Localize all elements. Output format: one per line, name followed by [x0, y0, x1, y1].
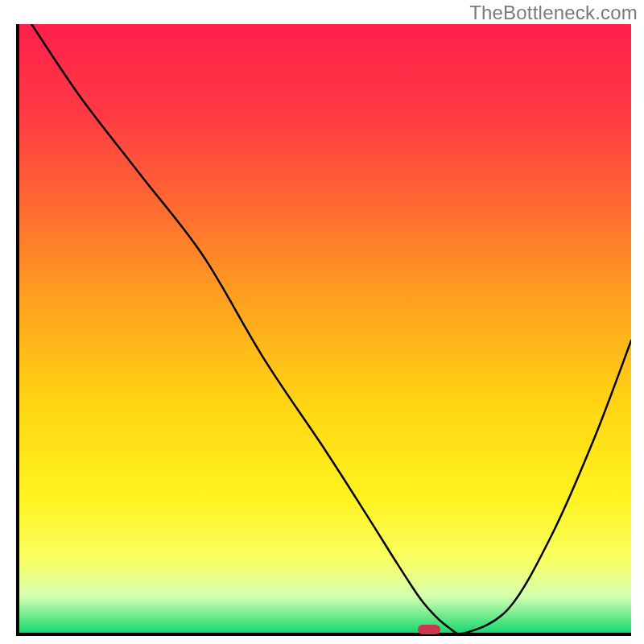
chart-container: TheBottleneck.com: [0, 0, 644, 644]
watermark-text: TheBottleneck.com: [469, 2, 638, 24]
curve-layer: [19, 24, 631, 633]
plot-area: [16, 24, 631, 636]
optimal-marker-icon: [418, 625, 440, 634]
bottleneck-curve-line: [31, 24, 631, 633]
